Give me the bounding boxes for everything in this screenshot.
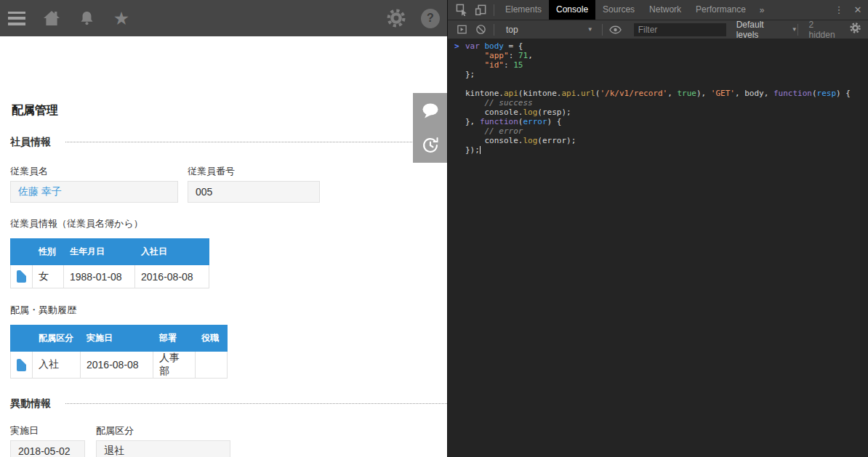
log-level-label: Default levels xyxy=(736,20,787,40)
tab-network[interactable]: Network xyxy=(642,0,688,20)
devtools-window-controls: ⋮ ✕ xyxy=(830,4,868,15)
device-toolbar-button[interactable] xyxy=(471,1,490,20)
console-code-line: kintone.api(kintone.api.url('/k/v1/recor… xyxy=(448,89,868,98)
section-divider xyxy=(65,142,447,142)
home-icon xyxy=(43,10,60,26)
chevron-down-icon: ▼ xyxy=(587,26,593,33)
column-header: 役職 xyxy=(196,325,228,352)
chevron-down-icon: ▼ xyxy=(792,26,797,33)
eye-icon xyxy=(609,25,622,34)
console-code-line: // success xyxy=(448,98,868,108)
devtools-pane: Elements Console Sources Network Perform… xyxy=(447,0,868,457)
help-icon: ? xyxy=(421,9,440,28)
home-button[interactable] xyxy=(42,9,61,28)
table-cell xyxy=(196,352,228,379)
field-label: 実施日 xyxy=(10,425,85,437)
section-transfer-info: 異動情報 xyxy=(10,397,447,410)
section-heading: 社員情報 xyxy=(10,136,51,149)
settings-button[interactable] xyxy=(387,9,406,28)
tab-elements[interactable]: Elements xyxy=(498,0,549,20)
comment-button[interactable] xyxy=(413,93,447,128)
table-header-icon-cell xyxy=(11,325,33,352)
console-input-area[interactable]: >var body = { "app": 71, "id": 15};kinto… xyxy=(448,39,868,457)
gear-icon xyxy=(387,9,406,28)
console-settings-button[interactable] xyxy=(850,23,861,36)
console-code-line: "id": 15 xyxy=(448,60,868,70)
text-caret xyxy=(480,146,481,154)
hamburger-icon xyxy=(8,12,25,25)
transfer-date-value: 2018-05-02 xyxy=(18,445,71,457)
divider xyxy=(494,24,494,36)
console-sidebar-toggle-button[interactable] xyxy=(452,20,471,39)
app-header: ★ ? xyxy=(0,0,447,36)
employee-name-link[interactable]: 佐藤 幸子 xyxy=(18,185,62,198)
app-header-right-icons: ? xyxy=(387,9,440,28)
clear-console-button[interactable] xyxy=(471,20,490,39)
inspect-cursor-icon xyxy=(456,4,468,16)
app-header-left-icons: ★ xyxy=(7,9,131,28)
employee-number-value: 005 xyxy=(196,186,212,198)
console-code-line: // error xyxy=(448,126,868,136)
more-tabs-icon[interactable]: » xyxy=(753,5,771,15)
favorites-button[interactable]: ★ xyxy=(112,9,131,28)
table-row: 女 1988-01-08 2016-08-08 xyxy=(11,265,209,288)
table-cell: 1988-01-08 xyxy=(64,265,135,288)
clear-console-icon xyxy=(475,24,486,35)
console-code-line: >var body = { xyxy=(448,41,868,51)
table-cell: 入社 xyxy=(33,352,81,379)
tab-console[interactable]: Console xyxy=(549,0,595,20)
console-code-line: }; xyxy=(448,70,868,79)
column-header: 性別 xyxy=(33,239,64,265)
employee-name-field: 従業員名 佐藤 幸子 xyxy=(10,166,178,203)
employee-number-value-box: 005 xyxy=(188,181,320,203)
overflow-menu-icon[interactable]: ⋮ xyxy=(830,4,848,15)
transfer-date-field: 実施日 2018-05-02 xyxy=(10,425,85,457)
divider xyxy=(494,4,494,16)
sidebar-toggle-icon xyxy=(457,24,467,35)
employee-info-table-label: 従業員情報（従業員名簿から） xyxy=(10,218,447,230)
transfer-fields-row: 実施日 2018-05-02 配属区分 退社 xyxy=(10,425,447,457)
history-button[interactable] xyxy=(413,128,447,163)
table-header-row: 配属区分 実施日 部署 役職 xyxy=(11,325,228,352)
transfer-category-value: 退社 xyxy=(104,445,124,457)
notifications-button[interactable] xyxy=(77,9,96,28)
field-label: 配属区分 xyxy=(96,425,230,437)
hidden-messages-count: 2 hidden xyxy=(809,20,841,40)
document-icon[interactable] xyxy=(17,359,26,371)
field-label: 従業員番号 xyxy=(188,166,320,177)
help-button[interactable]: ? xyxy=(421,9,440,28)
document-icon[interactable] xyxy=(17,270,26,283)
console-filter-input[interactable] xyxy=(634,23,726,36)
row-icon-cell xyxy=(11,352,33,379)
employee-name-value-box: 佐藤 幸子 xyxy=(10,181,178,203)
table-cell: 人事部 xyxy=(153,352,196,379)
page-title: 配属管理 xyxy=(12,103,447,117)
live-expression-button[interactable] xyxy=(606,20,625,39)
history-table: 配属区分 実施日 部署 役職 入社 2016-08-08 人事部 xyxy=(10,325,228,379)
field-label: 従業員名 xyxy=(10,166,178,177)
gear-icon xyxy=(850,23,861,33)
devtools-tab-bar: Elements Console Sources Network Perform… xyxy=(448,0,868,20)
close-icon[interactable]: ✕ xyxy=(848,4,868,15)
log-level-selector[interactable]: Default levels ▼ xyxy=(736,20,797,40)
execution-context-selector[interactable]: top ▼ xyxy=(501,25,598,35)
inspect-element-button[interactable] xyxy=(452,1,471,20)
tab-sources[interactable]: Sources xyxy=(595,0,642,20)
column-header: 部署 xyxy=(153,325,196,352)
context-label: top xyxy=(506,25,518,35)
console-code-line: }); xyxy=(448,145,868,155)
employee-fields-row: 従業員名 佐藤 幸子 従業員番号 005 xyxy=(10,166,447,203)
transfer-category-value-box: 退社 xyxy=(96,440,230,457)
column-header: 実施日 xyxy=(81,325,153,352)
console-code-line: console.log(error); xyxy=(448,136,868,145)
console-code-line xyxy=(448,79,868,89)
section-employee-info: 社員情報 xyxy=(10,136,447,148)
console-code-line: }, function(error) { xyxy=(448,117,868,126)
table-cell: 女 xyxy=(33,265,64,288)
table-header-icon-cell xyxy=(11,239,33,265)
history-table-label: 配属・異動履歴 xyxy=(10,304,447,316)
tab-performance[interactable]: Performance xyxy=(688,0,753,20)
hamburger-menu-button[interactable] xyxy=(7,9,26,28)
table-cell: 2016-08-08 xyxy=(135,265,209,288)
divider xyxy=(602,24,603,36)
